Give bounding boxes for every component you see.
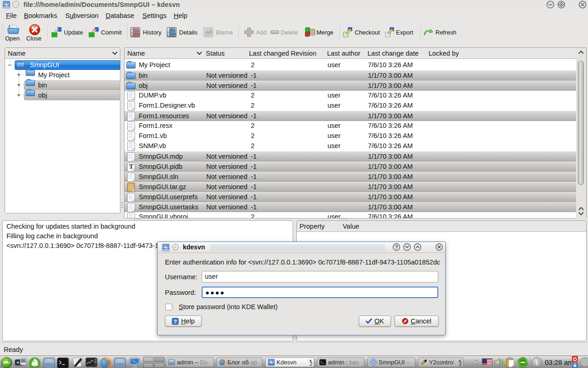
svg-text:?: ?: [395, 244, 398, 250]
svg-text:?: ?: [174, 318, 177, 324]
svg-text:i: i: [536, 359, 538, 366]
svg-text:US: US: [482, 362, 487, 365]
